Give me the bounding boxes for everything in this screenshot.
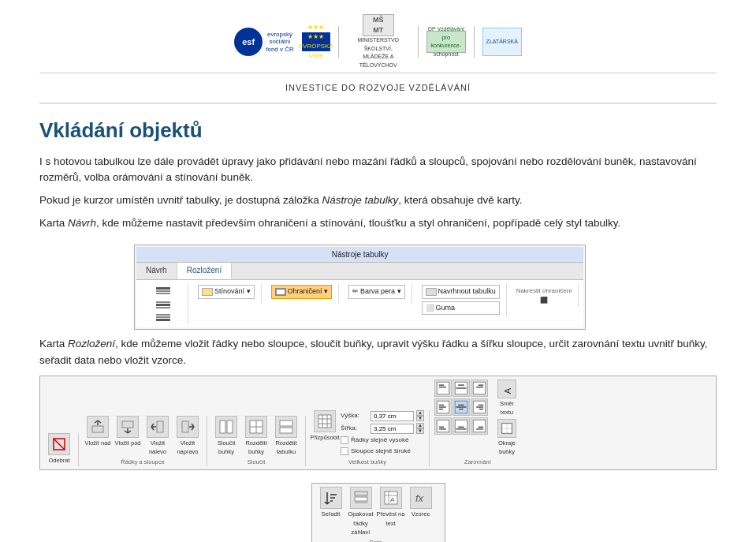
- ohraniceni-btn[interactable]: Ohraničení ▾: [271, 285, 333, 299]
- align-bc[interactable]: [452, 417, 470, 435]
- line-row-2: [156, 299, 170, 310]
- radky-stejne-label: Řádky stejně vysoké: [351, 435, 408, 445]
- tb-group-vlozit: Vložit nad Vložit pod Vložit nalevo: [84, 416, 207, 467]
- ribbon-group-ohraniceni: Ohraničení ▾: [268, 283, 340, 303]
- sirka-down[interactable]: ▼: [416, 428, 424, 434]
- logo-divider-2: [418, 26, 419, 58]
- sloucit-bunky-icon: [215, 416, 237, 438]
- ribbon-group-navrhnout: Navrhnout tabulku ⬜ Guma: [419, 283, 507, 317]
- vlozit-pod-icon: [117, 416, 139, 438]
- line-row-3: [156, 312, 170, 323]
- rozdelit-tabulku-icon: [275, 416, 297, 438]
- barva-pera-btn[interactable]: ✏ Barva pera ▾: [348, 285, 405, 299]
- paragraph-3: Karta Návrh, kde můžeme nastavit předevš…: [39, 215, 717, 232]
- sloupce-checkbox[interactable]: [341, 447, 348, 455]
- ribbon-group-stínovani: Stínování ▾: [195, 283, 262, 303]
- rozdelit-bunky-btn[interactable]: Rozdělit buňky: [242, 416, 270, 457]
- data-btns-row: Seřadit Opakovat řádky záhlaví A Převést…: [317, 487, 435, 536]
- align-ml[interactable]: [434, 398, 452, 416]
- sloucit-bunky-label: Sloučit buňky: [212, 439, 240, 457]
- header-logos: esf evropskýsociálnífond v ČR ★★★★★★EVRO…: [39, 8, 717, 73]
- align-tl[interactable]: [434, 379, 452, 397]
- vlozit-nalevo-btn[interactable]: Vložit nalevo: [143, 416, 172, 457]
- guma-icon: ⬜: [426, 303, 434, 314]
- okraje-bunky-btn[interactable]: Okraje buňky: [493, 419, 521, 457]
- svg-rect-19: [227, 421, 233, 433]
- toolbar-mockup: Odebrat Vložit nad Vložit pod: [39, 376, 717, 470]
- odebrat-icon: [48, 433, 70, 455]
- radky-checkbox[interactable]: [341, 436, 348, 444]
- rozdelit-tabulku-btn[interactable]: Rozdělit tabulku: [272, 416, 300, 457]
- zlatarska-logo: ZLATÁRSKÁ: [482, 28, 522, 56]
- tb-group-zarovnani: A Směr textu Okraje buňky Zarovnání: [434, 379, 526, 466]
- esf-circle: esf: [234, 28, 263, 56]
- prevest-btn[interactable]: A Převést na text: [377, 487, 405, 528]
- svg-text:A: A: [390, 496, 395, 503]
- vlozit-pod-btn[interactable]: Vložit pod: [114, 416, 142, 447]
- paragraph-4: Karta Rozložení, kde můžeme vložit řádky…: [39, 336, 717, 369]
- line-icon-2: [156, 299, 170, 310]
- tab-navrh[interactable]: Návrh: [136, 263, 177, 279]
- vlozit-nad-label: Vložit nad: [85, 439, 111, 447]
- ribbon-mockup-1: Nástroje tabulky Návrh Rozložení: [134, 245, 586, 330]
- size-inputs: Výška: ▲ ▼ Šířka: ▲ ▼: [341, 410, 424, 456]
- align-br[interactable]: [471, 417, 488, 435]
- seradit-btn[interactable]: Seřadit: [317, 487, 345, 518]
- smer-textu-btn[interactable]: A Směr textu: [493, 379, 521, 417]
- vzorec-label: Vzorec: [412, 510, 430, 518]
- svg-rect-71: [355, 492, 367, 495]
- opakovat-btn[interactable]: Opakovat řádky záhlaví: [347, 487, 375, 536]
- stínovani-btn[interactable]: Stínování ▾: [198, 285, 255, 299]
- esf-text: evropskýsociálnífond v ČR: [266, 31, 294, 54]
- okraje-bunky-icon: [497, 419, 516, 438]
- vlozit-napravo-label: Vložit napravo: [173, 439, 202, 457]
- vlozit-nad-btn[interactable]: Vložit nad: [84, 416, 112, 447]
- prizpusobit-btn[interactable]: Přizpůsobit: [311, 410, 339, 442]
- vyska-input[interactable]: [371, 411, 414, 421]
- align-tc[interactable]: [452, 379, 470, 397]
- opakovat-label: Opakovat řádky záhlaví: [347, 510, 375, 536]
- tab-rozlozeni[interactable]: Rozložení: [177, 263, 232, 279]
- ribbon-group-barva: ✏ Barva pera ▾: [345, 283, 412, 303]
- svg-rect-37: [473, 382, 485, 394]
- guma-btn[interactable]: ⬜ Guma: [422, 301, 500, 316]
- svg-rect-58: [473, 420, 485, 432]
- opakovat-icon: [350, 487, 372, 509]
- align-mr[interactable]: [471, 398, 488, 416]
- sirka-label: Šířka:: [341, 424, 368, 433]
- vlozit-napravo-btn[interactable]: Vložit napravo: [173, 416, 202, 457]
- smer-textu-icon: A: [497, 379, 516, 398]
- svg-rect-24: [280, 421, 292, 426]
- align-tr[interactable]: [471, 379, 488, 397]
- align-bl[interactable]: [434, 417, 452, 435]
- data-group-label: Data: [370, 538, 382, 542]
- vyska-spinner[interactable]: ▲ ▼: [416, 410, 424, 421]
- sloupce-checkbox-row: Sloupce stejně široké: [341, 447, 424, 456]
- odebrat-btn[interactable]: Odebrat: [45, 433, 73, 465]
- vlozit-nalevo-icon: [147, 416, 169, 438]
- sirka-spinner[interactable]: ▲ ▼: [416, 423, 424, 434]
- vlozit-napravo-icon: [177, 416, 199, 438]
- prevest-label: Převést na text: [377, 510, 405, 528]
- vlozit-nad-icon: [87, 416, 109, 438]
- nakreslit-label: Nakreslit ohraničení: [516, 286, 572, 296]
- odebrat-row: Odebrat: [45, 433, 73, 465]
- sirka-row: Šířka: ▲ ▼: [341, 423, 424, 434]
- radky-checkbox-row: Řádky stejně vysoké: [341, 435, 424, 445]
- eu-stars-logo: ★★★★★★EVROPSKÁ UNIE: [302, 32, 330, 51]
- tb-group-odebrat: Odebrat: [45, 433, 79, 466]
- prizpusobit-icon: [314, 410, 336, 432]
- investice-text: INVESTICE DO ROZVOJE VZDĚLÁVÁNÍ: [39, 78, 717, 104]
- vyska-down[interactable]: ▼: [416, 416, 424, 421]
- sloucit-bunky-btn[interactable]: Sloučit buňky: [212, 416, 240, 457]
- svg-line-1: [54, 439, 65, 450]
- sirka-input[interactable]: [371, 424, 414, 434]
- align-mc[interactable]: [452, 398, 470, 416]
- seradit-icon: [320, 487, 342, 509]
- nakreslit-expand: ⬛: [540, 296, 548, 305]
- vzorec-btn[interactable]: fx Vzorec: [407, 487, 435, 518]
- navrhnout-btn[interactable]: Navrhnout tabulku: [422, 285, 500, 299]
- data-toolbar-mockup: Seřadit Opakovat řádky záhlaví A Převést…: [311, 483, 445, 542]
- prizpusobit-label: Přizpůsobit: [310, 433, 339, 442]
- zarovnani-row: A Směr textu Okraje buňky: [434, 379, 521, 456]
